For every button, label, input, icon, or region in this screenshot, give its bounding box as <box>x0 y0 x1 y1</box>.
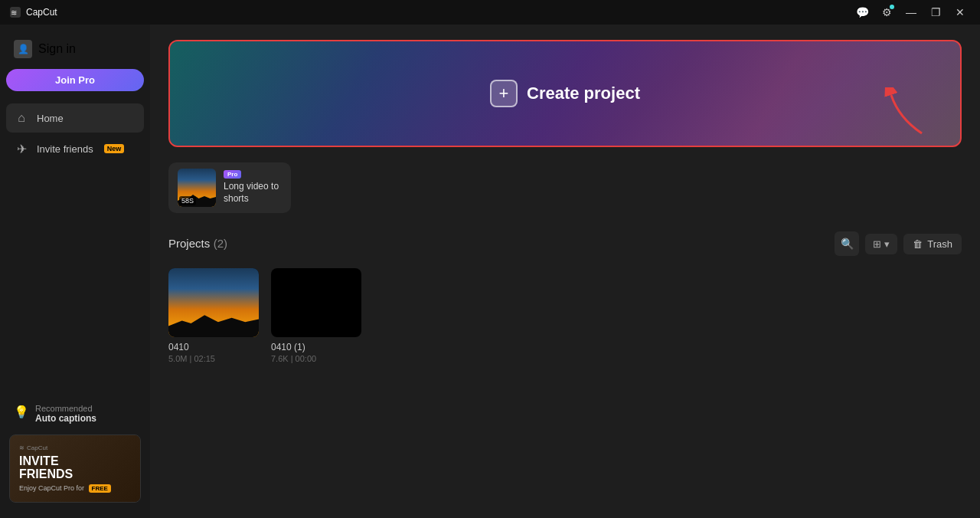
title-bar: ≋ CapCut 💬 ⚙ — ❐ ✕ <box>0 0 980 25</box>
trash-label: Trash <box>927 238 952 250</box>
project-silhouette <box>168 310 259 337</box>
sign-in-row[interactable]: 👤 Sign in <box>6 34 144 64</box>
project-name-0410: 0410 <box>168 342 259 352</box>
project-name-0410-1: 0410 (1) <box>271 342 361 352</box>
new-badge: New <box>104 144 125 153</box>
capcut-small-label: ≋ CapCut <box>19 444 131 451</box>
recommended-text: Recommended Auto captions <box>35 404 96 424</box>
sidebar: 👤 Sign in Join Pro ⌂ Home ✈ Invite frien… <box>0 25 150 518</box>
arrow-svg <box>884 87 929 141</box>
view-toggle-button[interactable]: ⊞ ▾ <box>865 234 897 254</box>
sign-in-label: Sign in <box>38 42 76 56</box>
chat-icon-btn[interactable]: 💬 <box>851 2 873 23</box>
create-plus-icon: + <box>490 80 518 107</box>
capcut-logo-icon: ≋ <box>9 6 21 18</box>
invite-banner-sub: Enjoy CapCut Pro for FREE <box>19 484 131 493</box>
close-button[interactable]: ✕ <box>949 2 971 23</box>
sidebar-top: 👤 Sign in Join Pro ⌂ Home ✈ Invite frien… <box>6 34 144 398</box>
minimize-button[interactable]: — <box>900 2 922 23</box>
feature-count-badge: 58S <box>179 196 196 205</box>
trash-button[interactable]: 🗑 Trash <box>903 234 962 254</box>
trash-icon: 🗑 <box>913 238 923 250</box>
app-name: CapCut <box>26 7 57 18</box>
search-button[interactable]: 🔍 <box>835 231 859 256</box>
invite-icon: ✈ <box>14 141 29 156</box>
close-icon: ✕ <box>956 6 965 18</box>
search-icon: 🔍 <box>841 238 854 250</box>
notification-dot <box>890 5 894 9</box>
projects-header: Projects (2) 🔍 ⊞ ▾ 🗑 Trash <box>168 231 962 256</box>
projects-title: Projects <box>168 237 210 250</box>
recommended-section[interactable]: 💡 Recommended Auto captions <box>6 398 144 430</box>
bulb-icon: 💡 <box>14 405 29 419</box>
arrow-annotation <box>884 87 929 144</box>
feature-strip: 58S Pro Long video toshorts <box>168 162 962 213</box>
recommended-label: Recommended <box>35 404 96 413</box>
feature-title: Long video toshorts <box>224 181 279 205</box>
app-logo: ≋ CapCut <box>9 6 57 18</box>
project-thumb-0410-1 <box>271 268 361 337</box>
projects-title-area: Projects (2) <box>168 237 227 251</box>
user-icon: 👤 <box>14 40 32 58</box>
project-card-0410-1[interactable]: 0410 (1) 7.6K | 00:00 <box>271 268 361 363</box>
window-controls: 💬 ⚙ — ❐ ✕ <box>851 2 971 23</box>
main-layout: 👤 Sign in Join Pro ⌂ Home ✈ Invite frien… <box>0 25 980 518</box>
join-pro-button[interactable]: Join Pro <box>6 69 144 91</box>
svg-text:≋: ≋ <box>11 8 17 17</box>
sidebar-bottom: 💡 Recommended Auto captions ≋ CapCut INV… <box>6 398 144 509</box>
maximize-button[interactable]: ❐ <box>925 2 946 23</box>
feature-card-long-video[interactable]: 58S Pro Long video toshorts <box>168 162 291 213</box>
minimize-icon: — <box>906 6 916 18</box>
projects-count-val: (2) <box>214 237 227 250</box>
invite-banner-inner: ≋ CapCut INVITEFRIENDS Enjoy CapCut Pro … <box>10 435 140 502</box>
create-project-label: Create project <box>527 84 640 103</box>
chevron-down-icon: ▾ <box>884 238 890 250</box>
settings-icon-btn[interactable]: ⚙ <box>876 2 897 23</box>
free-badge: FREE <box>89 484 111 493</box>
create-project-banner[interactable]: + Create project <box>168 40 962 147</box>
content-area: + Create project <box>150 25 980 518</box>
feature-info: Pro Long video toshorts <box>224 170 279 205</box>
grid-view-icon: ⊞ <box>873 238 881 250</box>
maximize-icon: ❐ <box>931 6 941 18</box>
projects-actions: 🔍 ⊞ ▾ 🗑 Trash <box>835 231 962 256</box>
auto-captions-label: Auto captions <box>35 413 96 424</box>
project-thumb-image-0410 <box>168 268 259 337</box>
invite-friends-title: INVITEFRIENDS <box>19 454 131 481</box>
sidebar-item-home[interactable]: ⌂ Home <box>6 103 144 133</box>
project-card-0410[interactable]: 0410 5.0M | 02:15 <box>168 268 259 363</box>
home-label: Home <box>37 113 64 124</box>
pro-badge: Pro <box>224 170 241 179</box>
invite-banner[interactable]: ≋ CapCut INVITEFRIENDS Enjoy CapCut Pro … <box>9 434 141 503</box>
project-meta-0410: 5.0M | 02:15 <box>168 354 259 363</box>
create-project-inner: + Create project <box>490 80 640 107</box>
invite-label: Invite friends <box>37 143 93 155</box>
project-meta-0410-1: 7.6K | 00:00 <box>271 354 361 363</box>
chat-icon: 💬 <box>856 6 869 18</box>
home-icon: ⌂ <box>14 110 29 126</box>
project-thumb-0410 <box>168 268 259 337</box>
sidebar-item-invite[interactable]: ✈ Invite friends New <box>6 134 144 163</box>
long-video-thumbnail: 58S <box>178 169 216 207</box>
projects-grid: 0410 5.0M | 02:15 0410 (1) 7.6K | 00:00 <box>168 268 962 363</box>
